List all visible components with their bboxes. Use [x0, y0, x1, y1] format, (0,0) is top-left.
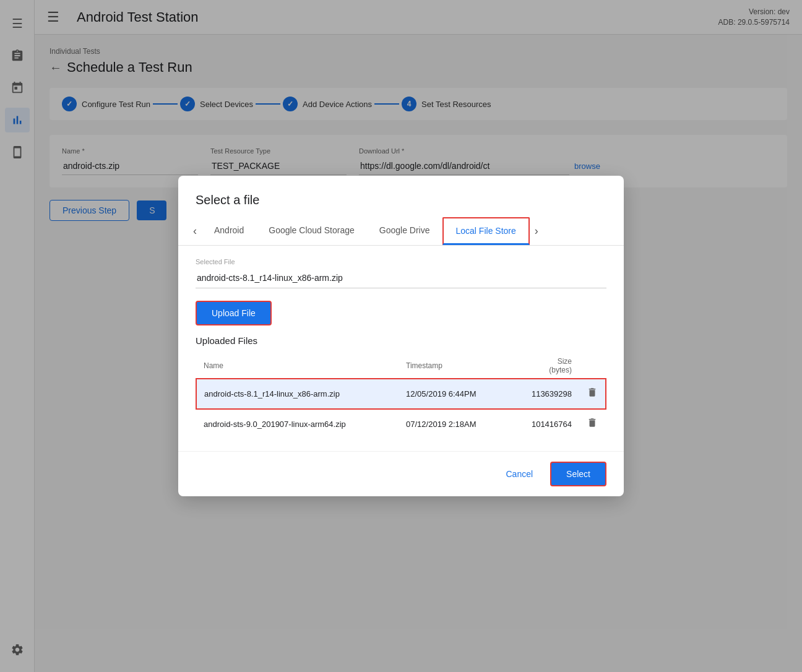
tab-gcs[interactable]: Google Cloud Storage	[256, 218, 367, 244]
dialog-body: Selected File Upload File Uploaded Files…	[178, 246, 624, 451]
cancel-button[interactable]: Cancel	[498, 464, 540, 484]
file-table: Name Timestamp Size (bytes) android-cts-…	[196, 353, 606, 439]
selected-file-label: Selected File	[196, 258, 606, 265]
file-timestamp-1: 12/05/2019 6:44PM	[399, 379, 508, 409]
select-button[interactable]: Select	[550, 462, 606, 486]
file-size-1: 113639298	[508, 379, 579, 409]
tab-local-file-store[interactable]: Local File Store	[442, 217, 530, 245]
tab-android[interactable]: Android	[202, 218, 256, 244]
tab-next-button[interactable]: ›	[530, 220, 543, 243]
dialog-overlay: Select a file ‹ Android Google Cloud Sto…	[0, 0, 802, 672]
tab-gdrive[interactable]: Google Drive	[367, 218, 442, 244]
upload-file-button[interactable]: Upload File	[196, 301, 272, 325]
col-name: Name	[196, 353, 399, 379]
select-file-dialog: Select a file ‹ Android Google Cloud Sto…	[178, 176, 624, 496]
selected-file-input[interactable]	[196, 268, 606, 288]
uploaded-files-title: Uploaded Files	[196, 335, 606, 346]
dialog-footer: Cancel Select	[178, 451, 624, 496]
file-timestamp-2: 07/12/2019 2:18AM	[399, 409, 508, 439]
file-name-2: android-sts-9.0_201907-linux-arm64.zip	[196, 409, 399, 439]
delete-icon-1[interactable]	[587, 388, 598, 400]
table-row[interactable]: android-sts-9.0_201907-linux-arm64.zip 0…	[196, 409, 606, 439]
col-size: Size (bytes)	[508, 353, 579, 379]
file-delete-1[interactable]	[579, 379, 606, 409]
file-size-2: 101416764	[508, 409, 579, 439]
tab-prev-button[interactable]: ‹	[188, 220, 202, 243]
table-row[interactable]: android-cts-8.1_r14-linux_x86-arm.zip 12…	[196, 379, 606, 409]
file-delete-2[interactable]	[579, 409, 606, 439]
tabs-bar: ‹ Android Google Cloud Storage Google Dr…	[178, 217, 624, 246]
delete-icon-2[interactable]	[587, 418, 598, 431]
dialog-title: Select a file	[178, 176, 624, 217]
col-timestamp: Timestamp	[399, 353, 508, 379]
file-name-1: android-cts-8.1_r14-linux_x86-arm.zip	[196, 379, 399, 409]
